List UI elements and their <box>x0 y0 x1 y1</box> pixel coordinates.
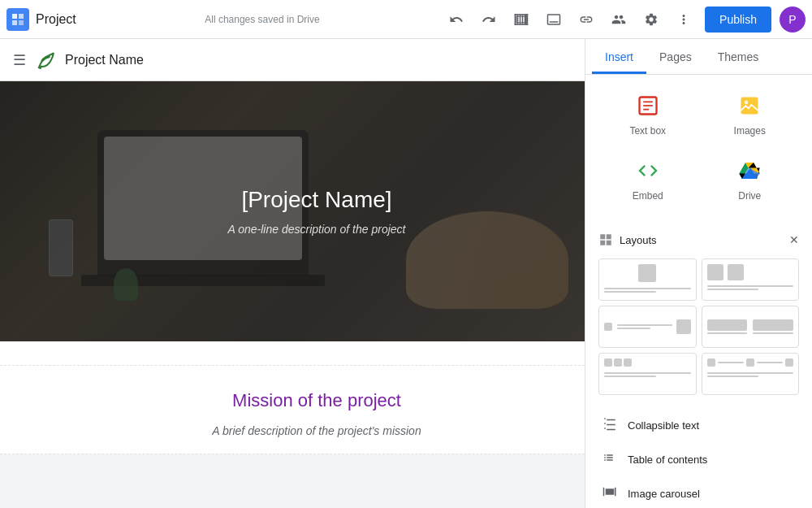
svg-rect-6 <box>515 14 516 25</box>
feature-image-carousel[interactable]: Image carousel <box>589 476 809 508</box>
table-of-contents-label: Table of contents <box>628 454 707 466</box>
topbar-actions: Publish P <box>442 5 806 34</box>
drive-label: Drive <box>738 190 761 202</box>
feature-list: Collapsible text Table of contents I <box>585 405 812 508</box>
drive-icon <box>738 159 761 185</box>
text-box-icon <box>637 94 659 120</box>
more-button[interactable] <box>669 5 698 34</box>
tab-insert[interactable]: Insert <box>592 39 646 74</box>
layout-text-img[interactable] <box>598 306 697 348</box>
feature-collapsible-text[interactable]: Collapsible text <box>589 408 809 442</box>
layouts-collapse-icon[interactable]: ✕ <box>789 233 799 246</box>
hero-content: [Project Name] A one-line description of… <box>0 81 585 341</box>
tab-themes[interactable]: Themes <box>705 39 772 74</box>
site-header-bar: ☰ Project Name <box>0 39 585 81</box>
user-avatar[interactable]: P <box>780 7 806 33</box>
svg-point-13 <box>745 101 749 105</box>
collaborate-button[interactable] <box>604 5 633 34</box>
table-of-contents-icon <box>602 450 618 468</box>
insert-embed[interactable]: Embed <box>598 150 698 211</box>
hero-title: [Project Name] <box>241 187 391 213</box>
layout-grid <box>598 258 799 395</box>
image-carousel-icon <box>602 484 618 502</box>
tab-pages[interactable]: Pages <box>646 39 705 74</box>
layout-img-right[interactable] <box>702 258 800 301</box>
publish-button[interactable]: Publish <box>705 7 771 33</box>
embed-icon <box>637 159 659 185</box>
preview-button2[interactable] <box>539 5 568 34</box>
hero-section[interactable]: [Project Name] A one-line description of… <box>0 81 585 341</box>
layouts-section: Layouts ✕ <box>585 221 812 405</box>
spacer-section <box>0 341 585 366</box>
svg-rect-1 <box>19 14 24 19</box>
svg-rect-2 <box>12 20 17 25</box>
site-name: Project Name <box>65 53 144 67</box>
settings-button[interactable] <box>637 5 666 34</box>
sites-icon <box>11 12 25 27</box>
page: ☰ Project Name <box>0 39 585 454</box>
layouts-header-left: Layouts <box>598 232 657 247</box>
app-title: Project <box>36 12 76 27</box>
text-box-label: Text box <box>629 125 666 137</box>
link-button[interactable] <box>572 5 601 34</box>
topbar: Project All changes saved in Drive Publi… <box>0 0 812 39</box>
svg-rect-3 <box>19 20 24 25</box>
insert-grid: Text box Images Embed <box>585 75 812 221</box>
main-layout: ☰ Project Name <box>0 39 812 508</box>
embed-label: Embed <box>633 190 663 202</box>
svg-rect-12 <box>741 98 758 115</box>
mission-section: Mission of the project A brief descripti… <box>0 366 585 454</box>
images-icon <box>738 94 761 120</box>
layouts-icon <box>598 232 613 247</box>
insert-text-box[interactable]: Text box <box>598 85 698 146</box>
collapsible-text-label: Collapsible text <box>628 419 699 432</box>
hamburger-icon[interactable]: ☰ <box>13 51 26 69</box>
canvas-area[interactable]: ☰ Project Name <box>0 39 585 508</box>
images-label: Images <box>734 125 766 137</box>
svg-rect-7 <box>527 14 529 25</box>
layout-banner[interactable] <box>702 353 800 395</box>
mission-description: A brief description of the project's mis… <box>32 424 585 437</box>
feature-table-of-contents[interactable]: Table of contents <box>589 442 809 476</box>
svg-rect-0 <box>12 14 17 19</box>
insert-drive[interactable]: Drive <box>701 150 800 211</box>
topbar-center: All changes saved in Drive <box>88 14 437 25</box>
right-panel: Insert Pages Themes Text box <box>585 39 812 508</box>
hero-subtitle: A one-line description of the project <box>228 223 406 236</box>
mission-title: Mission of the project <box>32 390 585 411</box>
undo-button[interactable] <box>442 5 471 34</box>
layouts-label: Layouts <box>620 234 657 246</box>
collapsible-text-icon <box>602 416 618 434</box>
preview-button[interactable] <box>507 5 536 34</box>
layout-two-col[interactable] <box>702 306 800 348</box>
layouts-header[interactable]: Layouts ✕ <box>598 228 799 252</box>
insert-images[interactable]: Images <box>701 85 800 146</box>
redo-button[interactable] <box>474 5 503 34</box>
panel-tabs: Insert Pages Themes <box>585 39 812 75</box>
image-carousel-label: Image carousel <box>628 488 700 500</box>
svg-rect-4 <box>515 14 529 15</box>
app-logo[interactable]: Project <box>6 8 76 31</box>
app-logo-icon <box>6 8 29 31</box>
site-logo-leaf <box>34 49 57 72</box>
svg-rect-5 <box>515 24 529 25</box>
layout-multi-img[interactable] <box>598 353 697 395</box>
layout-single-center[interactable] <box>598 258 697 301</box>
leaf-icon <box>36 50 55 70</box>
autosave-status: All changes saved in Drive <box>205 14 319 25</box>
